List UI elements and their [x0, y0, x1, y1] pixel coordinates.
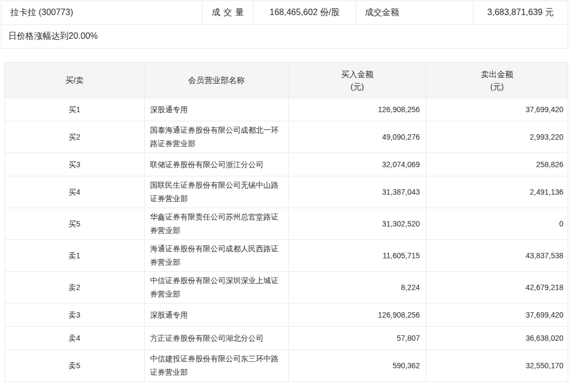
- row-sell-amount: 36,638,020: [426, 327, 568, 349]
- trading-seats-table: 买/卖 会员营业部名称 买入金额 (元) 卖出金额 (元) 买1 深股通专用 1…: [4, 62, 568, 382]
- row-broker-name: 华鑫证券有限责任公司苏州总官堂路证券营业部: [144, 208, 288, 239]
- row-sell-amount: 37,699,420: [426, 304, 568, 326]
- col-header-buy-amount-label: 买入金额: [341, 68, 373, 80]
- row-side: 买4: [5, 176, 144, 208]
- row-buy-amount: 11,605,715: [288, 240, 426, 271]
- row-side: 卖2: [5, 272, 144, 303]
- row-broker-name: 方正证券股份有限公司湖北分公司: [144, 327, 288, 349]
- row-side: 买3: [5, 153, 144, 176]
- col-header-sell-amount: 卖出金额 (元): [426, 63, 568, 98]
- volume-label: 成交量: [202, 1, 253, 24]
- row-sell-amount: 0: [426, 208, 568, 239]
- row-sell-amount: 258,826: [426, 153, 568, 176]
- row-buy-amount: 49,090,276: [288, 121, 426, 153]
- row-sell-amount: 42,679,218: [426, 272, 568, 303]
- volume-value: 168,465,602 份/股: [253, 1, 356, 24]
- row-buy-amount: 31,387,043: [288, 176, 426, 208]
- row-side: 卖4: [5, 327, 144, 349]
- stock-summary-bar: 拉卡拉 (300773) 成交量 168,465,602 份/股 成交金额 3,…: [1, 1, 568, 49]
- col-header-side: 买/卖: [5, 63, 144, 98]
- row-sell-amount: 43,837,538: [426, 240, 568, 271]
- row-side: 卖3: [5, 304, 144, 326]
- turnover-value: 3,683,871,639 元: [473, 1, 568, 24]
- table-row: 卖3 深股通专用 126,908,256 37,699,420: [5, 304, 568, 327]
- table-row: 买5 华鑫证券有限责任公司苏州总官堂路证券营业部 31,302,520 0: [5, 208, 568, 240]
- col-header-broker: 会员营业部名称: [144, 63, 288, 98]
- table-row: 买1 深股通专用 126,908,256 37,699,420: [5, 98, 568, 121]
- row-broker-name: 深股通专用: [144, 98, 288, 121]
- table-body: 买1 深股通专用 126,908,256 37,699,420 买2 国泰海通证…: [5, 98, 568, 381]
- table-row: 卖2 中信证券股份有限公司深圳深业上城证券营业部 8,224 42,679,21…: [5, 272, 568, 304]
- row-sell-amount: 2,993,220: [426, 121, 568, 153]
- row-side: 卖1: [5, 240, 144, 271]
- col-header-buy-amount-unit: (元): [351, 80, 364, 93]
- col-header-sell-amount-label: 卖出金额: [481, 68, 513, 80]
- row-side: 买5: [5, 208, 144, 239]
- row-broker-name: 海通证券股份有限公司成都人民西路证券营业部: [144, 240, 288, 271]
- row-buy-amount: 590,362: [288, 350, 426, 381]
- table-row: 买3 联储证券股份有限公司浙江分公司 32,074,069 258,826: [5, 153, 568, 176]
- turnover-label: 成交金额: [356, 1, 473, 24]
- row-broker-name: 中信建投证券股份有限公司东三环中路证券营业部: [144, 350, 288, 381]
- notice-row: 日价格涨幅达到20.00%: [2, 25, 568, 48]
- summary-row: 拉卡拉 (300773) 成交量 168,465,602 份/股 成交金额 3,…: [2, 1, 568, 25]
- row-buy-amount: 57,807: [288, 327, 426, 349]
- row-side: 买1: [5, 98, 144, 121]
- col-header-sell-amount-unit: (元): [491, 80, 504, 93]
- row-buy-amount: 126,908,256: [288, 98, 426, 121]
- table-row: 卖5 中信建投证券股份有限公司东三环中路证券营业部 590,362 32,550…: [5, 350, 568, 381]
- row-side: 买2: [5, 121, 144, 153]
- col-header-buy-amount: 买入金额 (元): [288, 63, 426, 98]
- table-row: 买2 国泰海通证券股份有限公司成都北一环路证券营业部 49,090,276 2,…: [5, 121, 568, 153]
- row-buy-amount: 32,074,069: [288, 153, 426, 176]
- price-limit-notice: 日价格涨幅达到20.00%: [8, 31, 98, 42]
- table-row: 买4 国联民生证券股份有限公司无锡中山路证券营业部 31,387,043 2,4…: [5, 176, 568, 208]
- stock-title: 拉卡拉 (300773): [2, 1, 202, 24]
- row-broker-name: 国泰海通证券股份有限公司成都北一环路证券营业部: [144, 121, 288, 153]
- table-row: 卖4 方正证券股份有限公司湖北分公司 57,807 36,638,020: [5, 327, 568, 350]
- row-buy-amount: 8,224: [288, 272, 426, 303]
- row-sell-amount: 37,699,420: [426, 98, 568, 121]
- row-broker-name: 国联民生证券股份有限公司无锡中山路证券营业部: [144, 176, 288, 208]
- row-sell-amount: 2,491,136: [426, 176, 568, 208]
- row-buy-amount: 31,302,520: [288, 208, 426, 239]
- row-broker-name: 深股通专用: [144, 304, 288, 326]
- row-buy-amount: 126,908,256: [288, 304, 426, 326]
- row-broker-name: 中信证券股份有限公司深圳深业上城证券营业部: [144, 272, 288, 303]
- row-side: 卖5: [5, 350, 144, 381]
- row-sell-amount: 32,550,170: [426, 350, 568, 381]
- table-header-row: 买/卖 会员营业部名称 买入金额 (元) 卖出金额 (元): [5, 63, 568, 98]
- row-broker-name: 联储证券股份有限公司浙江分公司: [144, 153, 288, 176]
- table-row: 卖1 海通证券股份有限公司成都人民西路证券营业部 11,605,715 43,8…: [5, 240, 568, 272]
